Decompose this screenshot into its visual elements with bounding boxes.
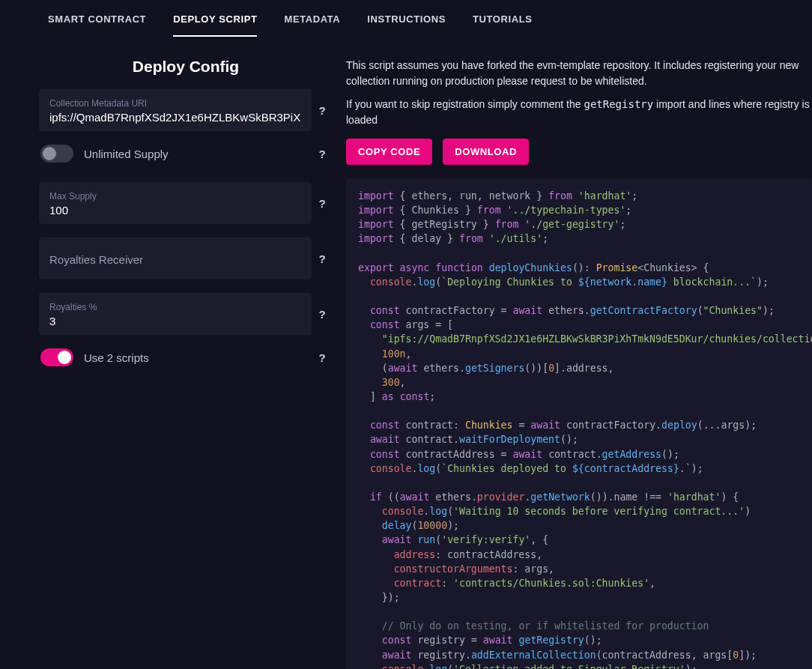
royalties-pct-field[interactable]: Royalties % (39, 293, 312, 335)
script-panel: This script assumes you have forked the … (333, 58, 812, 669)
tab-metadata[interactable]: METADATA (284, 13, 340, 37)
max-supply-input[interactable] (49, 204, 301, 217)
metadata-uri-field[interactable]: Collection Metadata URI (39, 89, 312, 131)
tab-bar: SMART CONTRACT DEPLOY SCRIPT METADATA IN… (0, 0, 812, 37)
tab-smart-contract[interactable]: SMART CONTRACT (48, 13, 146, 37)
field-label: Royalties % (49, 302, 301, 312)
help-icon[interactable]: ? (312, 308, 333, 321)
field-label: Max Supply (49, 191, 301, 202)
description-text: This script assumes you have forked the … (346, 58, 812, 89)
royalties-pct-input[interactable] (49, 315, 301, 327)
max-supply-field[interactable]: Max Supply (39, 182, 312, 224)
help-icon[interactable]: ? (312, 351, 333, 364)
help-icon[interactable]: ? (312, 104, 333, 117)
tab-deploy-script[interactable]: DEPLOY SCRIPT (173, 13, 257, 37)
tab-tutorials[interactable]: TUTORIALS (473, 13, 533, 37)
tab-instructions[interactable]: INSTRUCTIONS (367, 13, 446, 37)
download-button[interactable]: DOWNLOAD (443, 139, 529, 165)
field-label: Collection Metadata URI (49, 98, 301, 109)
help-icon[interactable]: ? (312, 252, 333, 265)
copy-code-button[interactable]: COPY CODE (346, 139, 432, 165)
toggle-label: Use 2 scripts (84, 351, 312, 364)
code-block: import { ethers, run, network } from 'ha… (346, 178, 812, 669)
metadata-uri-input[interactable] (49, 111, 301, 124)
unlimited-supply-toggle[interactable] (40, 145, 73, 163)
description-text-2: If you want to skip registration simply … (346, 97, 812, 128)
panel-title: Deploy Config (39, 58, 333, 76)
royalties-receiver-field[interactable]: Royalties Receiver (39, 237, 312, 279)
use-two-scripts-toggle[interactable] (40, 348, 73, 366)
help-icon[interactable]: ? (312, 197, 333, 210)
help-icon[interactable]: ? (312, 148, 333, 160)
deploy-config-panel: Deploy Config Collection Metadata URI ? … (39, 58, 333, 669)
toggle-label: Unlimited Supply (84, 148, 312, 160)
field-label: Royalties Receiver (49, 253, 301, 266)
